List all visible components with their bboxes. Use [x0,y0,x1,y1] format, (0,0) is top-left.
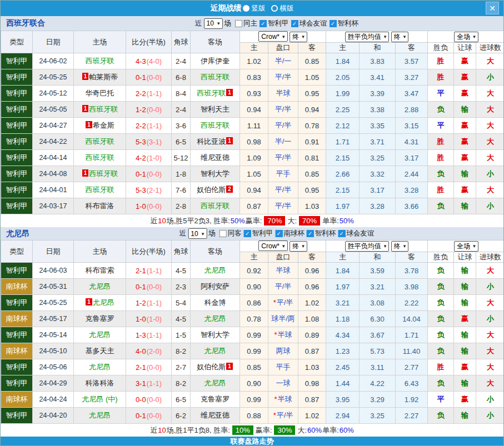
avg-time-select[interactable]: 终▾ [391,241,409,252]
team-label: 西班牙联 [89,169,118,178]
home-team-cell: 尤尼昂 [74,279,126,295]
score-cell: 0-1(0-0) [126,408,172,424]
layout-radio-option[interactable]: 竖版 [243,4,266,13]
score-cell: 2-2(1-1) [126,118,172,134]
home-team-cell: 1西班牙联 [74,166,126,182]
away-odds-cell: 0.85 [298,53,326,69]
goals-result-cell: 大 [476,327,504,343]
avg-home-cell: 3.21 [326,295,360,311]
away-odds-cell: 1.02 [298,295,326,311]
home-team-cell: 科布雷索 [74,263,126,279]
checkbox-icon: ✓ [307,230,314,237]
handicap-result-cell: 输 [454,343,476,359]
team-label: 尤尼昂 (中) [82,395,117,403]
halftime-score: (1-0) [147,315,162,323]
home-team-cell: 西班牙联 [74,182,126,198]
handicap-cell: *平/半 [268,295,298,311]
league-cell: 智利甲 [1,327,33,343]
away-team-cell: 维尼亚德 [191,150,240,166]
halftime-score: (0-0) [147,395,162,404]
team-label: 智利大学 [201,169,229,178]
summary-segment: 10 [158,217,166,225]
team-label: 尤尼昂 [89,330,111,339]
date-cell: 24-05-31 [33,279,74,295]
home-odds-cell: 0.88 [240,408,268,424]
match-row: 南球杯24-05-17克鲁塞罗1-0(1-0)4-5尤尼昂0.78球半/两1.0… [1,311,504,327]
col-type: 类型 [1,240,33,263]
result-cell: 负 [428,375,454,392]
handicap-result-cell: 赢 [454,69,476,86]
handicap-result-cell: 输 [454,408,476,424]
avg-odds-select[interactable]: 胜平负均值▾ [345,241,390,252]
handicap-cell: 半球 [268,86,298,102]
handicap-cell: 平/半 [268,69,298,86]
league-cell: 南球杯 [1,279,33,295]
avg-draw-cell: 3.32 [360,166,396,182]
odds-company-select[interactable]: Crow*▾ [258,31,287,42]
filter-checkbox[interactable]: ✓南球杯 [275,229,305,238]
goals-result-cell: 大 [476,134,504,150]
scope-select[interactable]: 全场▾ [454,32,478,42]
col-score: 比分(半场) [126,240,172,263]
away-team-cell: 智利大学 [191,166,240,182]
red-number-badge: 1 [86,298,92,305]
filter-checkbox[interactable]: 同主 [235,19,257,28]
layout-radio-option[interactable]: 横版 [271,4,294,13]
match-row: 智利甲24-06-03科布雷索2-1(1-1)4-5尤尼昂0.92半球0.961… [1,263,504,279]
handicap-cell: 半球 [268,263,298,279]
match-row: 智利甲24-04-22西班牙联5-3(3-1)6-5科比亚波10.98半/一0.… [1,134,504,150]
handicap-cell: 平/半 [268,118,298,134]
filter-checkbox[interactable]: ✓球会友谊 [338,229,374,238]
home-odds-cell: 0.78 [240,311,268,327]
avg-home-cell: 1.44 [326,375,360,392]
away-odds-cell: 0.87 [298,343,326,359]
fulltime-score: 4-2 [136,154,146,162]
avg-home-cell: 3.95 [326,392,360,408]
away-odds-cell: 1.03 [298,359,326,375]
scope-select[interactable]: 全场▾ [454,241,478,252]
match-row: 智利甲24-04-14西班牙联4-2(1-0)5-12维尼亚德1.09平/半0.… [1,150,504,166]
filter-checkbox[interactable]: ✓智利杯 [330,19,359,28]
team-label: 科布雷洛 [86,202,114,210]
odds-company-select[interactable]: Crow*▾ [258,240,287,251]
handicap-result-cell: 赢 [454,118,476,134]
halftime-score: (0-0) [147,170,162,178]
result-cell: 负 [428,102,454,118]
match-row: 智利甲24-05-251帕莱斯蒂0-1(0-0)6-8西班牙联0.83平/半1.… [1,69,504,86]
avg-away-cell: 3.98 [396,279,428,295]
filter-checkbox[interactable]: ✓智利杯 [307,229,336,238]
date-cell: 24-06-03 [33,263,74,279]
summary-segment: 大: [297,425,307,435]
col-score: 比分(半场) [126,31,172,53]
score-cell: 4-0(2-0) [126,343,172,359]
handicap-result-cell: 输 [454,166,476,182]
filter-checkbox[interactable]: ✓智利甲 [244,229,273,238]
away-odds-cell: 1.05 [298,69,326,86]
odds-time-select[interactable]: 终▾ [290,32,307,42]
avg-home-cell: 2.66 [326,166,360,182]
match-count-select[interactable]: 10 ▾ [204,18,223,29]
filter-checkbox[interactable]: 同客 [219,229,242,238]
fulltime-score: 1-0 [136,202,146,211]
corner-cell: 6-2 [172,408,191,424]
goals-result-cell: 大 [476,102,504,118]
close-button[interactable]: ✕ [486,2,499,14]
checkbox-icon: ✓ [338,230,345,237]
red-number-badge: 1 [226,137,233,144]
match-count-select[interactable]: 10 ▾ [188,228,207,239]
team-label: 智利大学 [201,330,229,339]
corner-cell: 8-2 [172,343,191,359]
handicap-result-cell: 输 [454,279,476,295]
filter-checkbox[interactable]: ✓球会友谊 [291,19,327,28]
avg-home-cell: 1.18 [326,311,360,327]
goals-result-cell: 大 [476,86,504,102]
summary-segment: 60% [340,426,354,434]
odds-time-select[interactable]: 终▾ [290,241,307,252]
halftime-score: (0-0) [147,412,162,420]
red-number-badge: 2 [226,186,233,193]
avg-away-cell: 3.15 [396,118,428,134]
avg-odds-select[interactable]: 胜平负均值▾ [345,32,390,42]
filter-checkbox[interactable]: ✓智利甲 [260,19,289,28]
avg-time-select[interactable]: 终▾ [391,32,409,42]
avg-away-cell: 2.22 [396,295,428,311]
